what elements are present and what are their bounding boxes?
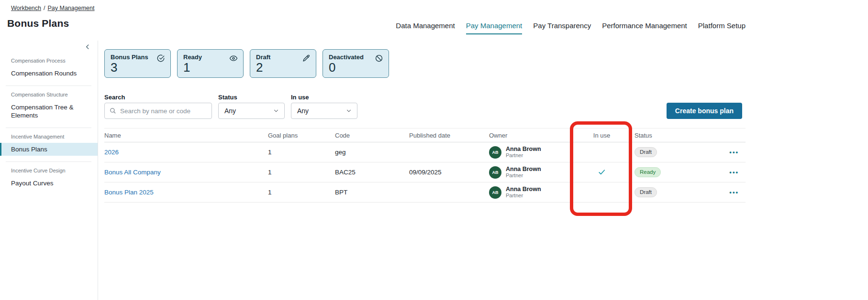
column-header-status: Status (629, 132, 694, 139)
stat-card-ready[interactable]: Ready 1 (177, 49, 244, 78)
owner-name: Anna Brown (506, 146, 541, 152)
breadcrumb-pay-management-link[interactable]: Pay Management (47, 5, 94, 11)
cell-goal-plans: 1 (268, 149, 335, 156)
sidebar-section-incentive-management: Incentive Management (0, 134, 98, 143)
sidebar-item-compensation-rounds[interactable]: Compensation Rounds (0, 67, 98, 80)
cell-code: geg (335, 149, 409, 156)
status-badge: Draft (634, 187, 657, 197)
owner-role: Partner (506, 193, 541, 199)
in-use-check-icon (598, 168, 606, 176)
cell-goal-plans: 1 (268, 169, 335, 176)
cell-goal-plans: 1 (268, 189, 335, 196)
in-use-select-value: Any (297, 107, 309, 115)
status-select[interactable]: Any (218, 103, 285, 119)
column-header-in-use: In use (574, 132, 629, 139)
cell-owner: AB Anna Brown Partner (489, 166, 574, 179)
eye-icon (229, 54, 238, 63)
cell-owner: AB Anna Brown Partner (489, 146, 574, 159)
column-header-code: Code (335, 132, 409, 139)
stat-card-bonus-plans[interactable]: Bonus Plans 3 (104, 49, 171, 78)
sidebar: Compensation Process Compensation Rounds… (0, 41, 98, 300)
sidebar-section-compensation-structure: Compensation Structure (0, 92, 98, 101)
stat-cards: Bonus Plans 3 Ready 1 Draft 2 (104, 49, 746, 78)
table-row: Bonus Plan 2025 1 BPT AB Anna Brown Part… (104, 182, 746, 203)
sidebar-collapse-button[interactable] (82, 43, 93, 53)
create-bonus-plan-button[interactable]: Create bonus plan (667, 103, 742, 119)
tab-pay-management[interactable]: Pay Management (466, 21, 523, 34)
stat-value: 1 (183, 61, 238, 74)
owner-name: Anna Brown (506, 186, 541, 193)
sidebar-divider (6, 86, 91, 86)
chevron-left-icon (84, 43, 91, 52)
owner-role: Partner (506, 172, 541, 179)
row-actions-button[interactable]: ••• (729, 169, 739, 176)
bonus-plan-link[interactable]: 2026 (104, 149, 119, 156)
stat-card-draft[interactable]: Draft 2 (250, 49, 316, 78)
cell-in-use (574, 168, 629, 176)
avatar: AB (489, 186, 501, 199)
check-circle-icon (156, 54, 165, 63)
bonus-plan-link[interactable]: Bonus Plan 2025 (104, 189, 154, 196)
tab-platform-setup[interactable]: Platform Setup (698, 21, 746, 34)
cell-owner: AB Anna Brown Partner (489, 186, 574, 199)
stat-value: 0 (329, 61, 384, 74)
tab-data-management[interactable]: Data Management (396, 21, 455, 34)
stat-card-deactivated[interactable]: Deactivated 0 (323, 49, 389, 78)
top-navigation: Data Management Pay Management Pay Trans… (396, 21, 746, 34)
block-icon (375, 54, 383, 63)
status-badge: Ready (634, 167, 661, 177)
column-header-name: Name (104, 132, 268, 139)
bonus-plans-table: Name Goal plans Code Published date Owne… (104, 128, 746, 203)
bonus-plan-link[interactable]: Bonus All Company (104, 169, 161, 176)
sidebar-divider (6, 128, 91, 128)
row-actions-button[interactable]: ••• (729, 189, 739, 196)
breadcrumb-separator: / (44, 5, 45, 11)
status-filter: Status Any (218, 94, 285, 119)
stat-value: 2 (256, 61, 311, 74)
search-label: Search (104, 94, 212, 100)
tab-pay-transparency[interactable]: Pay Transparency (533, 21, 591, 34)
status-label: Status (218, 94, 285, 100)
search-filter: Search (104, 94, 212, 119)
sidebar-item-payout-curves[interactable]: Payout Curves (0, 177, 98, 190)
owner-name: Anna Brown (506, 166, 541, 172)
chevron-down-icon (273, 107, 279, 114)
cell-code: BAC25 (335, 169, 409, 176)
avatar: AB (489, 166, 501, 179)
avatar: AB (489, 146, 501, 159)
stat-value: 3 (111, 61, 166, 74)
column-header-owner: Owner (489, 132, 574, 139)
page-title: Bonus Plans (7, 18, 69, 29)
owner-role: Partner (506, 152, 541, 159)
status-badge: Draft (634, 147, 657, 157)
sidebar-section-compensation-process: Compensation Process (0, 58, 98, 67)
main-content: Bonus Plans 3 Ready 1 Draft 2 (104, 49, 746, 203)
sidebar-item-compensation-tree[interactable]: Compensation Tree & Elements (0, 101, 98, 122)
app-window: Workbench/Pay Management Bonus Plans Dat… (0, 0, 868, 300)
column-header-goal-plans: Goal plans (268, 132, 335, 139)
status-select-value: Any (224, 107, 236, 115)
search-icon (109, 107, 116, 114)
table-row: Bonus All Company 1 BAC25 09/09/2025 AB … (104, 162, 746, 182)
row-actions-button[interactable]: ••• (729, 149, 739, 156)
search-input[interactable] (104, 103, 212, 119)
cell-code: BPT (335, 189, 409, 196)
table-header: Name Goal plans Code Published date Owne… (104, 128, 746, 142)
sidebar-item-bonus-plans[interactable]: Bonus Plans (0, 143, 98, 156)
cell-published-date: 09/09/2025 (409, 169, 489, 176)
sidebar-divider (6, 161, 91, 162)
in-use-label: In use (291, 94, 357, 100)
pencil-icon (302, 54, 311, 63)
sidebar-section-incentive-curve-design: Incentive Curve Design (0, 168, 98, 177)
tab-performance-management[interactable]: Performance Management (602, 21, 687, 34)
in-use-filter: In use Any (291, 94, 357, 119)
breadcrumb: Workbench/Pay Management (11, 5, 94, 11)
breadcrumb-workbench-link[interactable]: Workbench (11, 5, 41, 11)
table-row: 2026 1 geg AB Anna Brown Partner Draft •… (104, 142, 746, 162)
filters-bar: Search Status Any In use (104, 94, 746, 119)
column-header-published-date: Published date (409, 132, 489, 139)
in-use-select[interactable]: Any (291, 103, 357, 119)
chevron-down-icon (345, 107, 352, 114)
